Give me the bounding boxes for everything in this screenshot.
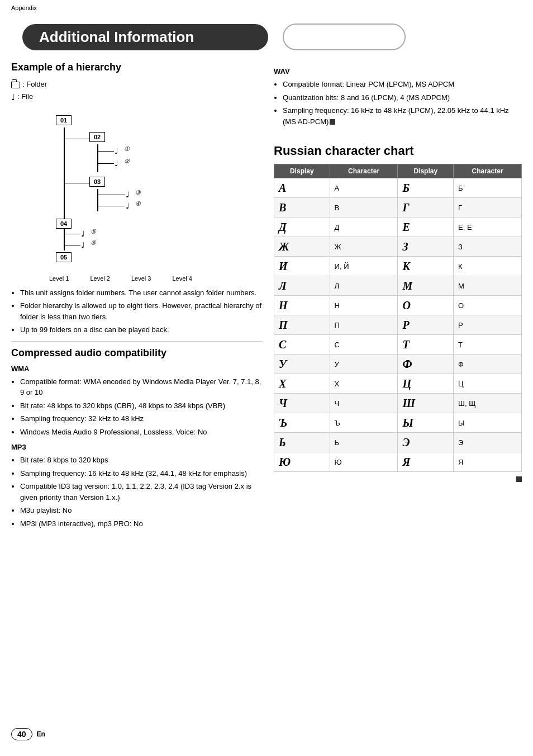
display-char-left: Л: [274, 276, 330, 296]
mp3-bullet-3: Compatible ID3 tag version: 1.0, 1.1, 2.…: [20, 481, 263, 503]
hier-node-04: 04: [56, 219, 72, 229]
display-char-left: Ь: [274, 433, 330, 452]
char-label-right: Т: [454, 335, 522, 355]
h-file-4: [97, 206, 125, 207]
wma-bullet-3: Sampling frequency: 32 kHz to 48 kHz: [20, 413, 263, 424]
title-box: Additional Information: [22, 24, 268, 50]
char-label-left: В: [330, 198, 398, 218]
display-char-right: Я: [398, 452, 454, 472]
table-row: Х Х Ц Ц: [274, 374, 522, 394]
hierarchy-legend: : Folder ♩: File: [11, 79, 263, 104]
appendix-label: Appendix: [11, 4, 37, 11]
v-line-02: [97, 144, 98, 172]
display-char-left: Ч: [274, 394, 330, 413]
display-char-right: Б: [398, 178, 454, 198]
display-char-right: Э: [398, 433, 454, 452]
display-char-right: Т: [398, 335, 454, 355]
lang-label: En: [37, 730, 45, 738]
display-char-right: Р: [398, 315, 454, 335]
display-char-left: Х: [274, 374, 330, 394]
h-file-5: [64, 234, 80, 235]
mp3-bullet-5: MP3i (MP3 interactive), mp3 PRO: No: [20, 518, 263, 530]
char-label-right: Б: [454, 178, 522, 198]
wma-bullets: Compatible format: WMA encoded by Window…: [20, 376, 263, 438]
h-file-1: [97, 151, 114, 152]
char-label-right: Э: [454, 433, 522, 452]
h-line-02: [64, 139, 89, 140]
hierarchy-section: Example of a hierarchy : Folder ♩: File …: [11, 62, 263, 336]
wma-bullet-4: Windows Media Audio 9 Professional, Loss…: [20, 427, 263, 438]
char-label-right: Е, Ё: [454, 218, 522, 237]
file-1: ♩: [115, 147, 118, 155]
char-label-left: Ж: [330, 237, 398, 257]
wma-subtitle: WMA: [11, 365, 263, 373]
table-row: Л Л М М: [274, 276, 522, 296]
mp3-bullet-1: Bit rate: 8 kbps to 320 kbps: [20, 455, 263, 466]
char-label-left: И, Й: [330, 257, 398, 276]
table-row: Ю Ю Я Я: [274, 452, 522, 472]
char-label-left: Д: [330, 218, 398, 237]
char-label-left: Ю: [330, 452, 398, 472]
col-display1: Display: [274, 164, 330, 178]
wma-bullet-2: Bit rate: 48 kbps to 320 kbps (CBR), 48 …: [20, 400, 263, 412]
table-row: Д Д Е Е, Ё: [274, 218, 522, 237]
table-row: П П Р Р: [274, 315, 522, 335]
display-char-right: Ш: [398, 394, 454, 413]
wav-subtitle: WAV: [274, 67, 522, 75]
wav-bullet-3: Sampling frequency: 16 kHz to 48 kHz (LP…: [283, 105, 522, 127]
col-display2: Display: [398, 164, 454, 178]
file-5: ♩: [81, 229, 85, 238]
char-label-left: А: [330, 178, 398, 198]
display-char-right: Ы: [398, 413, 454, 433]
display-char-right: Г: [398, 198, 454, 218]
hier-node-05: 05: [56, 252, 72, 262]
h-file-2: [97, 163, 114, 164]
num-4: ④: [135, 200, 141, 207]
display-char-left: В: [274, 198, 330, 218]
level-labels: Level 1 Level 2 Level 3 Level 4: [49, 275, 192, 282]
display-char-left: С: [274, 335, 330, 355]
file-3: ♩: [126, 190, 130, 199]
table-row: Ь Ь Э Э: [274, 433, 522, 452]
level-2-label: Level 2: [90, 275, 110, 282]
hierarchy-title: Example of a hierarchy: [11, 62, 263, 73]
char-label-right: М: [454, 276, 522, 296]
wav-bullets: Compatible format: Linear PCM (LPCM), MS…: [283, 79, 522, 127]
num-2: ②: [124, 158, 130, 165]
char-label-right: Ш, Щ: [454, 394, 522, 413]
main-content: Example of a hierarchy : Folder ♩: File …: [0, 50, 533, 546]
folder-icon: [11, 82, 20, 88]
num-6: ⑥: [91, 239, 96, 247]
mp3-bullets: Bit rate: 8 kbps to 320 kbps Sampling fr…: [20, 455, 263, 529]
col-character1: Character: [330, 164, 398, 178]
file-6: ♩: [81, 240, 85, 249]
display-char-right: К: [398, 257, 454, 276]
col-character2: Character: [454, 164, 522, 178]
russian-chart-section: Russian character chart Display Characte…: [274, 144, 522, 483]
display-char-right: О: [398, 296, 454, 315]
level-1-label: Level 1: [49, 275, 69, 282]
mp3-bullet-2: Sampling frequency: 16 kHz to 48 kHz (32…: [20, 468, 263, 479]
level-3-label: Level 3: [131, 275, 151, 282]
char-label-right: Ы: [454, 413, 522, 433]
display-char-right: Ц: [398, 374, 454, 394]
table-row: Н Н О О: [274, 296, 522, 315]
char-label-right: Ц: [454, 374, 522, 394]
char-label-right: Г: [454, 198, 522, 218]
hierarchy-bullets: This unit assigns folder numbers. The us…: [20, 287, 263, 336]
table-row: И И, Й К К: [274, 257, 522, 276]
display-char-left: Ъ: [274, 413, 330, 433]
num-1: ①: [124, 145, 130, 153]
mp3-subtitle: MP3: [11, 443, 263, 451]
hier-bullet-1: This unit assigns folder numbers. The us…: [20, 287, 263, 299]
hier-node-01: 01: [56, 115, 72, 125]
char-label-left: Н: [330, 296, 398, 315]
display-char-left: Д: [274, 218, 330, 237]
display-char-right: Е: [398, 218, 454, 237]
stop-icon-wav: [330, 119, 335, 125]
char-label-left: Ч: [330, 394, 398, 413]
left-column: Example of a hierarchy : Folder ♩: File …: [11, 62, 263, 535]
table-row: У У Ф Ф: [274, 355, 522, 374]
table-row: С С Т Т: [274, 335, 522, 355]
table-row: А А Б Б: [274, 178, 522, 198]
